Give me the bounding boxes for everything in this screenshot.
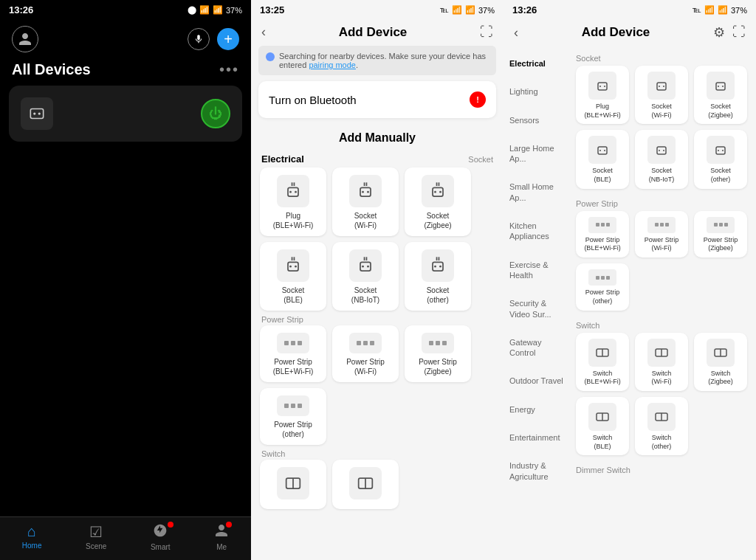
r-sw-zigbee[interactable]: Switch(Zigbee): [694, 333, 747, 391]
device-sw-2[interactable]: [332, 460, 399, 509]
socket-zigbee-label: Socket(Zigbee): [424, 211, 451, 230]
r-sw-wifi-icon: [647, 339, 676, 367]
device-socket-ble[interactable]: Socket(BLE): [260, 242, 326, 311]
sidebar-item-small-home[interactable]: Small Home Ap...: [504, 173, 570, 212]
device-icon: [21, 97, 53, 130]
socket-grid-1: Plug(BLE+Wi-Fi) Socket(Wi-Fi) Socket(Zig…: [258, 167, 496, 236]
r-sw-other[interactable]: Switch(other): [635, 397, 688, 455]
bt-icon-3: ℡: [693, 5, 701, 15]
device-ps-ble-wifi[interactable]: Power Strip(BLE+Wi-Fi): [260, 325, 326, 382]
r-plug-ble-wifi[interactable]: Plug(BLE+Wi-Fi): [576, 66, 629, 124]
expand-icon-3[interactable]: ⛶: [732, 24, 746, 41]
r-socket-wifi[interactable]: Socket(Wi-Fi): [635, 66, 688, 124]
r-ps-wifi[interactable]: Power Strip(Wi-Fi): [635, 211, 688, 257]
svg-point-25: [367, 266, 369, 268]
me-badge: [226, 522, 232, 528]
device-socket-other[interactable]: Socket(other): [405, 242, 471, 311]
sidebar-item-electrical[interactable]: Electrical: [504, 49, 570, 77]
sidebar-item-security[interactable]: Security & Video Sur...: [504, 289, 570, 328]
svg-point-2: [38, 112, 41, 114]
r-plug-ble-wifi-icon: [588, 72, 616, 100]
r-socket-other[interactable]: Socket(other): [694, 130, 747, 188]
right-sub-header-dimmer: Dimmer Switch: [576, 461, 750, 477]
sidebar-item-exercise[interactable]: Exercise & Health: [504, 251, 570, 290]
svg-point-38: [599, 86, 601, 87]
r-sw-ble-icon: [588, 403, 616, 431]
mic-button[interactable]: [188, 28, 210, 50]
sidebar-item-energy[interactable]: Energy: [504, 395, 570, 424]
sidebar-item-outdoor[interactable]: Outdoor Travel: [504, 367, 570, 395]
r-socket-zigbee[interactable]: Socket(Zigbee): [694, 66, 747, 124]
r-ps-other[interactable]: Power Strip(other): [576, 263, 629, 310]
sub-header-power-strip: Power Strip: [258, 311, 496, 325]
r-socket-other-icon: [707, 136, 735, 164]
device-ps-zigbee[interactable]: Power Strip(Zigbee): [405, 325, 471, 382]
r-sw-ble-wifi[interactable]: Switch(BLE+Wi-Fi): [576, 333, 629, 391]
device-card[interactable]: ⏻: [9, 86, 242, 142]
add-device-button[interactable]: +: [217, 28, 239, 50]
sidebar-item-sensors[interactable]: Sensors: [504, 106, 570, 134]
nav-scene-label: Scene: [86, 542, 106, 550]
more-options-button[interactable]: •••: [219, 61, 239, 78]
panel-all-devices: 13:26 ⬤ 📶 📶 37% + All Devices ••• ⏻ ⌂: [0, 0, 251, 560]
settings-icon-3[interactable]: ⚙: [713, 24, 725, 41]
time-2: 13:25: [260, 4, 284, 15]
r-socket-nb[interactable]: Socket(NB-IoT): [635, 130, 688, 188]
category-electrical: Electrical Socket Plug(BLE+Wi-Fi) Socket…: [258, 149, 496, 509]
wifi-icon-2: 📶: [452, 5, 462, 15]
device-socket-nb[interactable]: Socket(NB-IoT): [332, 242, 399, 311]
svg-point-1: [33, 112, 35, 114]
r-ps-ble-wifi[interactable]: Power Strip(BLE+Wi-Fi): [576, 211, 629, 257]
svg-point-48: [604, 150, 605, 151]
sidebar-item-large-home[interactable]: Large Home Ap...: [504, 134, 570, 173]
device-socket-zigbee[interactable]: Socket(Zigbee): [405, 167, 471, 236]
status-icons-1: ⬤ 📶 📶 37%: [188, 5, 242, 15]
plug-ble-wifi-icon: [277, 175, 309, 207]
svg-rect-31: [436, 257, 438, 260]
battery-2: 37%: [478, 6, 495, 15]
sidebar-item-lighting[interactable]: Lighting: [504, 77, 570, 106]
bluetooth-row[interactable]: Turn on Bluetooth !: [258, 81, 496, 118]
ps-wifi-icon: [349, 333, 382, 353]
svg-point-19: [289, 266, 292, 268]
r-socket-ble[interactable]: Socket(BLE): [576, 130, 629, 188]
ps-zigbee-icon: [422, 333, 454, 353]
svg-point-44: [718, 86, 719, 87]
svg-point-30: [439, 266, 441, 268]
r-socket-zigbee-label: Socket(Zigbee): [708, 103, 733, 120]
panel3-scroll: Electrical Lighting Sensors Large Home A…: [504, 46, 756, 560]
nav-home[interactable]: ⌂ Home: [22, 523, 42, 551]
search-dot: [266, 52, 275, 61]
device-sw-1[interactable]: [260, 460, 326, 509]
device-ps-other[interactable]: Power Strip(other): [260, 388, 326, 445]
device-ps-wifi[interactable]: Power Strip(Wi-Fi): [332, 325, 399, 382]
svg-rect-26: [364, 257, 365, 260]
sidebar-item-kitchen[interactable]: Kitchen Appliances: [504, 212, 570, 251]
expand-icon-2[interactable]: ⛶: [480, 24, 493, 40]
bt-icon-2: ℡: [440, 5, 449, 15]
bottom-nav: ⌂ Home ☑ Scene Smart Me: [0, 516, 251, 560]
smart-icon: [153, 523, 168, 542]
r-plug-ble-wifi-label: Plug(BLE+Wi-Fi): [584, 103, 620, 120]
power-button[interactable]: ⏻: [201, 99, 230, 128]
svg-rect-11: [364, 182, 365, 186]
nav-smart-label: Smart: [151, 543, 171, 551]
switch-grid: [258, 460, 496, 509]
r-ps-zigbee[interactable]: Power Strip(Zigbee): [694, 211, 747, 257]
pairing-mode-link[interactable]: pairing mode: [309, 61, 356, 69]
svg-rect-17: [439, 182, 440, 186]
device-plug-ble-wifi[interactable]: Plug(BLE+Wi-Fi): [260, 167, 326, 236]
r-sw-wifi[interactable]: Switch(Wi-Fi): [635, 333, 688, 391]
sidebar-item-industry[interactable]: Industry & Agriculture: [504, 452, 570, 491]
svg-rect-16: [436, 182, 438, 186]
sidebar-item-gateway[interactable]: Gateway Control: [504, 328, 570, 367]
svg-point-5: [295, 191, 297, 193]
bt-icon-1: ⬤: [188, 5, 196, 15]
device-socket-wifi[interactable]: Socket(Wi-Fi): [332, 167, 399, 236]
sidebar-item-entertainment[interactable]: Entertainment: [504, 424, 570, 452]
nav-me[interactable]: Me: [214, 523, 229, 551]
nav-smart[interactable]: Smart: [151, 523, 171, 551]
avatar[interactable]: [12, 26, 38, 52]
r-sw-ble[interactable]: Switch(BLE): [576, 397, 629, 455]
nav-scene[interactable]: ☑ Scene: [86, 523, 106, 551]
